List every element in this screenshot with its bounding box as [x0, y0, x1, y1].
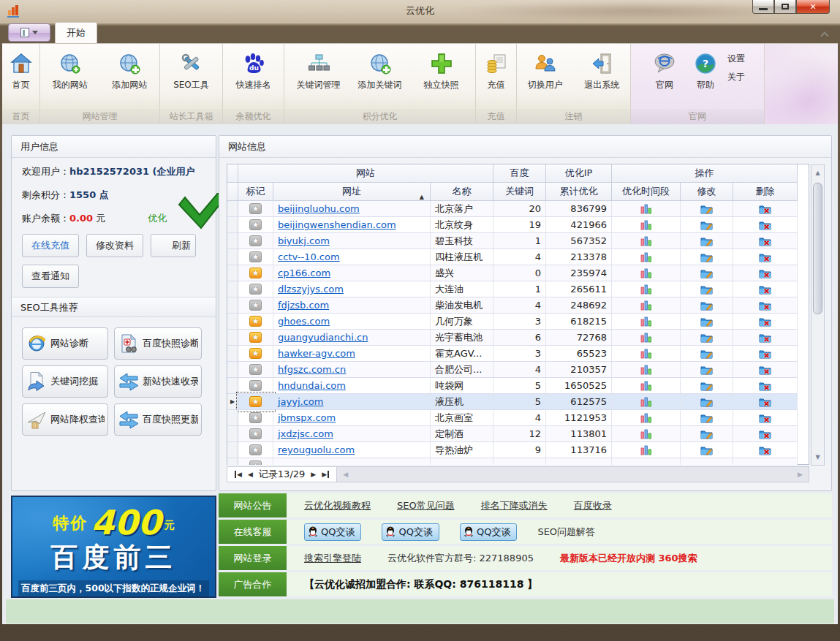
table-row[interactable]: ▶ ★ hfgszc.com.cn 合肥公司... 4 210357: [227, 362, 809, 378]
standalone-snapshot-button[interactable]: 独立快照: [411, 48, 472, 91]
about-button[interactable]: 关于: [727, 71, 745, 83]
qq-chat-button[interactable]: QQ交谈: [382, 523, 439, 541]
maximize-button[interactable]: [774, 0, 796, 14]
add-keyword-button[interactable]: 添加关键词: [349, 48, 411, 91]
tab-start[interactable]: 开始: [55, 22, 97, 43]
chart-icon[interactable]: [640, 204, 652, 214]
chart-icon[interactable]: [640, 381, 652, 391]
site-url-link[interactable]: ghoes.com: [278, 314, 330, 329]
site-diagnose-button[interactable]: 网站诊断: [22, 327, 108, 360]
chart-icon[interactable]: [640, 268, 652, 278]
delete-icon[interactable]: [759, 333, 771, 343]
delete-icon[interactable]: [759, 284, 771, 295]
edit-icon[interactable]: [700, 316, 713, 327]
star-icon[interactable]: ★: [249, 235, 262, 246]
table-row[interactable]: ▶ ★ cp166.com 盛兴 0 235974: [227, 265, 809, 281]
next-page-icon[interactable]: ▶: [311, 471, 316, 478]
delete-icon[interactable]: [759, 381, 771, 391]
chart-icon[interactable]: [640, 365, 652, 375]
settings-button[interactable]: 设置: [727, 53, 745, 65]
chart-icon[interactable]: [640, 220, 652, 230]
table-row[interactable]: ▶ ★ fdjzsb.com 柴油发电机 4 248692: [227, 297, 809, 314]
star-icon[interactable]: ★: [249, 348, 262, 359]
switch-user-button[interactable]: 切换用户: [517, 48, 574, 91]
delete-icon[interactable]: [759, 268, 771, 278]
table-row[interactable]: ▶ ★ jxdzjsc.com 定制酒 12 113801: [227, 426, 809, 442]
chart-icon[interactable]: [640, 300, 652, 311]
site-url-link[interactable]: cp166.com: [278, 265, 330, 281]
table-row[interactable]: ▶ ★ beijingluohu.com 北京落户 20 836799: [227, 201, 809, 217]
keyword-manage-button[interactable]: 关键词管理: [288, 48, 349, 91]
delete-icon[interactable]: [759, 316, 771, 327]
col-keywords[interactable]: 关键词: [493, 183, 546, 201]
scrollbar-thumb[interactable]: [813, 183, 822, 314]
announce-link[interactable]: 排名下降或消失: [481, 499, 548, 512]
edit-icon[interactable]: [700, 333, 713, 343]
quick-rank-button[interactable]: du 快速排名: [227, 48, 280, 91]
star-icon[interactable]: ★: [249, 428, 262, 439]
help-button[interactable]: ? 帮助: [685, 48, 726, 91]
col-delete[interactable]: 删除: [733, 183, 798, 201]
star-icon[interactable]: ★: [249, 396, 262, 407]
close-button[interactable]: ✕: [796, 0, 830, 14]
hscroll-left-icon[interactable]: ◀: [337, 467, 354, 482]
site-url-link[interactable]: cctv--10.com: [278, 249, 340, 265]
site-url-link[interactable]: jxdzjsc.com: [278, 426, 333, 441]
announce-link[interactable]: 百度收录: [574, 499, 612, 512]
site-url-link[interactable]: biyukj.com: [278, 233, 330, 249]
star-icon[interactable]: ★: [249, 380, 262, 391]
site-url-link[interactable]: jbmspx.com: [278, 410, 336, 425]
home-button[interactable]: 首页: [2, 48, 39, 91]
site-url-link[interactable]: reyouguolu.com: [278, 442, 355, 458]
qq-chat-button[interactable]: QQ交谈: [460, 523, 517, 541]
scroll-up-icon[interactable]: ▲: [811, 167, 824, 179]
table-row[interactable]: ▶ ★ guangyudianchi.cn 光宇蓄电池 6 72768: [227, 330, 809, 346]
prev-page-icon[interactable]: ◀: [248, 471, 253, 478]
star-icon[interactable]: ★: [249, 251, 262, 262]
chart-icon[interactable]: [640, 349, 652, 359]
recharge-button[interactable]: 充值: [476, 48, 516, 91]
star-icon[interactable]: ★: [249, 316, 262, 327]
table-row[interactable]: ▶ ★ ghoes.com 几何万象 3 618215: [227, 314, 809, 330]
col-edit[interactable]: 修改: [681, 183, 733, 201]
first-page-icon[interactable]: ◀: [235, 471, 242, 478]
site-url-link[interactable]: fdjzsb.com: [278, 297, 329, 313]
table-row[interactable]: ▶ ★ cctv--10.com 四柱液压机 4 213378: [227, 249, 809, 265]
delete-icon[interactable]: [759, 204, 771, 214]
delete-icon[interactable]: [759, 413, 771, 423]
delete-icon[interactable]: [759, 429, 771, 439]
chart-icon[interactable]: [640, 413, 652, 423]
scroll-down-icon[interactable]: ▼: [811, 451, 824, 463]
delete-icon[interactable]: [759, 236, 771, 246]
edit-icon[interactable]: [700, 381, 713, 391]
refresh-button[interactable]: 刷新: [151, 234, 196, 257]
delete-icon[interactable]: [759, 445, 771, 455]
vertical-scrollbar[interactable]: ▲ ▼: [811, 164, 825, 466]
table-row[interactable]: ▶ ★ hndundai.com 吨袋网 5 1650525: [227, 378, 809, 394]
online-recharge-button[interactable]: 在线充值: [22, 234, 79, 257]
edit-icon[interactable]: [700, 300, 713, 311]
edit-icon[interactable]: [700, 220, 713, 230]
col-total[interactable]: 累计优化: [546, 183, 612, 201]
announce-link[interactable]: 云优化视频教程: [304, 499, 371, 512]
chart-icon[interactable]: [640, 316, 652, 327]
site-url-link[interactable]: jayyj.com: [278, 394, 323, 409]
table-row[interactable]: ▶ ★ jbmspx.com 北京画室 4 1121953: [227, 410, 809, 426]
star-icon[interactable]: ★: [249, 364, 262, 375]
new-site-index-button[interactable]: 新站快速收录: [114, 365, 202, 398]
table-row[interactable]: ▶ ★ hawker-agv.com 霍克AGV... 3 65523: [227, 346, 809, 362]
my-sites-button[interactable]: 我的网站: [40, 48, 100, 91]
delete-icon[interactable]: [759, 349, 771, 359]
exit-system-button[interactable]: 退出系统: [574, 48, 631, 91]
site-url-link[interactable]: hawker-agv.com: [278, 346, 355, 361]
edit-icon[interactable]: [700, 445, 713, 455]
seo-tools-button[interactable]: SEO工具: [165, 48, 218, 91]
official-site-button[interactable]: 官网: [644, 48, 685, 91]
chart-icon[interactable]: [640, 397, 652, 407]
edit-icon[interactable]: [700, 268, 713, 278]
ad-banner[interactable]: 特价 400 元 百度前三 百度前三页内，500以下指数的正规企业词！ QQ:7…: [11, 496, 216, 598]
delete-icon[interactable]: [759, 220, 771, 230]
application-menu-button[interactable]: [8, 23, 50, 42]
announce-link[interactable]: SEO常见问题: [397, 499, 455, 512]
star-icon[interactable]: ★: [249, 268, 262, 278]
